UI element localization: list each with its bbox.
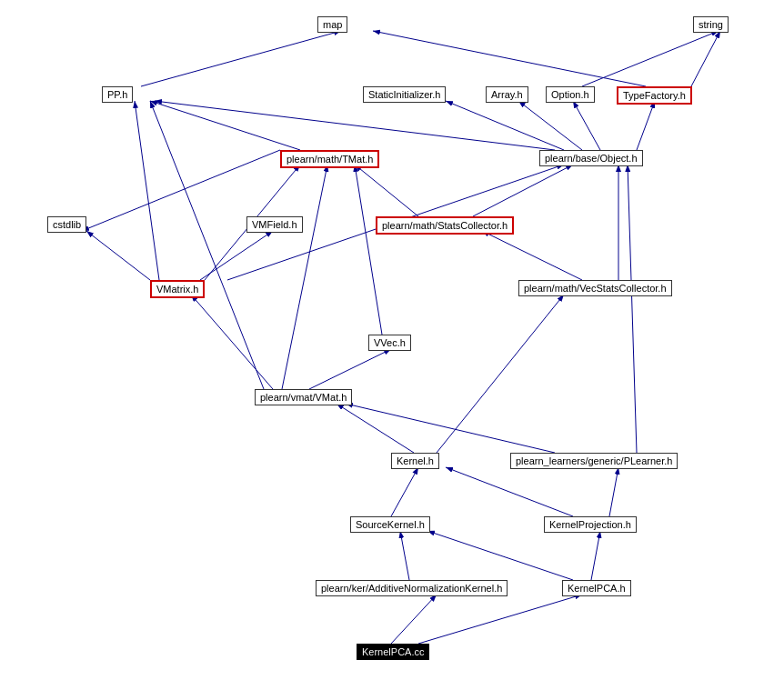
svg-line-1 [391, 595, 437, 644]
node-Kernelh: Kernel.h [391, 453, 439, 469]
svg-line-25 [473, 165, 573, 216]
svg-line-5 [427, 531, 573, 580]
svg-line-37 [437, 295, 564, 453]
svg-line-26 [155, 101, 555, 150]
svg-line-15 [282, 165, 327, 389]
svg-line-13 [309, 349, 391, 389]
node-KernelPCAcc: KernelPCA.cc [357, 644, 429, 660]
svg-line-33 [141, 31, 341, 86]
svg-line-22 [482, 231, 582, 280]
node-AdditiveNormalizationKernelh: plearn/ker/AdditiveNormalizationKernel.h [316, 580, 508, 596]
node-VecStatsCollectorh: plearn/math/VecStatsCollector.h [518, 280, 672, 296]
svg-line-19 [86, 231, 150, 280]
node-PPh: PP.h [102, 86, 133, 103]
node-PLearnerh: plearn_learners/generic/PLearner.h [510, 453, 678, 469]
svg-line-4 [591, 531, 600, 580]
node-string: string [693, 16, 729, 33]
svg-line-9 [337, 404, 414, 453]
svg-line-28 [518, 101, 582, 150]
svg-line-35 [691, 31, 720, 86]
svg-line-36 [582, 31, 719, 86]
svg-line-31 [150, 101, 300, 150]
svg-line-34 [373, 31, 646, 86]
node-KernelPCAh: KernelPCA.h [562, 580, 631, 596]
node-StatsCollectorh: plearn/math/StatsCollector.h [376, 216, 514, 235]
svg-line-16 [200, 231, 273, 280]
svg-line-30 [446, 101, 564, 150]
node-KernelProjectionh: KernelProjection.h [544, 516, 637, 533]
svg-line-3 [400, 531, 409, 580]
node-pVMath: plearn/vmat/VMat.h [255, 389, 352, 405]
svg-line-8 [609, 467, 618, 516]
node-VVech: VVec.h [368, 335, 411, 351]
node-Objecth: plearn/base/Object.h [539, 150, 643, 166]
svg-line-21 [355, 165, 382, 335]
svg-line-7 [446, 467, 573, 516]
node-TypeFactoryh: TypeFactory.h [617, 86, 692, 105]
svg-line-17 [135, 101, 159, 280]
node-Arrayh: Array.h [486, 86, 528, 103]
svg-line-14 [150, 101, 264, 389]
node-cstdlib: cstdlib [47, 216, 86, 233]
svg-line-29 [573, 101, 600, 150]
svg-line-11 [628, 165, 637, 453]
diagram-container: map string PP.h StaticInitializer.h Arra… [0, 0, 784, 680]
svg-line-10 [346, 404, 555, 453]
node-VMatrixh: VMatrix.h [150, 280, 205, 298]
svg-line-2 [418, 595, 582, 644]
node-StaticInitializerh: StaticInitializer.h [363, 86, 446, 103]
svg-line-24 [355, 165, 418, 216]
svg-line-12 [191, 295, 273, 389]
svg-line-6 [391, 467, 418, 516]
node-TMath: plearn/math/TMat.h [280, 150, 379, 168]
node-map: map [317, 16, 347, 33]
node-VMFieldh: VMField.h [246, 216, 303, 233]
svg-line-27 [637, 101, 655, 150]
node-Optionh: Option.h [546, 86, 595, 103]
node-SourceKernelh: SourceKernel.h [350, 516, 430, 533]
